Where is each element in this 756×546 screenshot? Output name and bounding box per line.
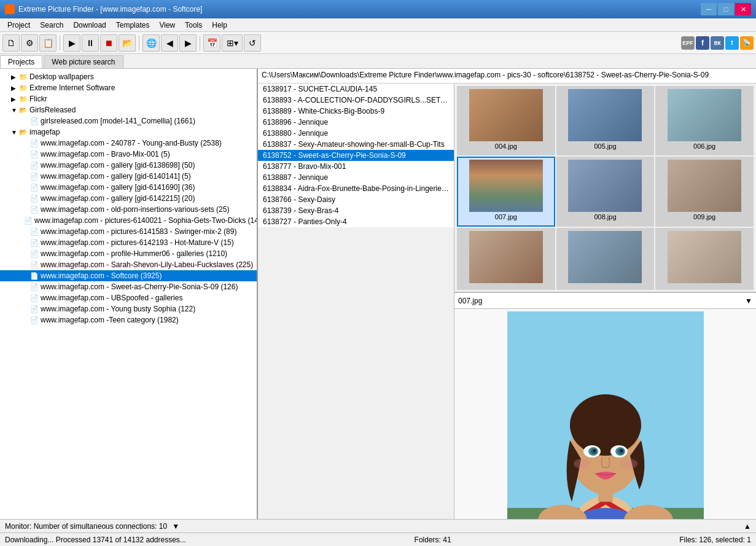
gallery-item-6138887[interactable]: 6138887 - Jennique <box>258 172 454 183</box>
tree-label-if-teen: www.imagefap.com -Teen category (1982) <box>41 316 179 324</box>
menu-download[interactable]: Download <box>68 20 111 31</box>
menu-project[interactable]: Project <box>2 20 35 31</box>
maximize-button[interactable]: □ <box>718 3 734 15</box>
tree-arrow-imagefap[interactable]: ▼ <box>11 129 17 136</box>
tree-icon-imagefap: 📂 <box>19 128 28 136</box>
dropdown-button[interactable]: ⊞▾ <box>222 34 243 52</box>
toolbar-separator-1 <box>60 36 60 50</box>
project-tree[interactable]: ▶📁Desktop wallpapers▶📁Extreme Internet S… <box>0 69 257 519</box>
gallery-item-6138893[interactable]: 6138893 - A-COLLECTION-OF-DADDYSGIRLS...… <box>258 95 454 106</box>
thumbnail-007[interactable]: 007.jpg <box>457 157 555 226</box>
start-button[interactable]: ▶ <box>63 34 80 52</box>
gallery-item-6138727[interactable]: 6138727 - Panties-Only-4 <box>258 216 454 227</box>
back-button[interactable]: ◀ <box>161 34 178 52</box>
tree-item-if-bravo001[interactable]: 📄www.imagefap.com - Bravo-Mix-001 (5) <box>0 149 257 160</box>
thumbnail-010[interactable] <box>457 228 555 290</box>
facebook-icon[interactable]: f <box>696 36 709 50</box>
tab-web-picture-search[interactable]: Web picture search <box>44 55 123 68</box>
tree-item-flickr[interactable]: ▶📁Flickr <box>0 93 257 104</box>
close-button[interactable]: ✕ <box>735 3 751 15</box>
rss-icon[interactable]: 📡 <box>740 36 754 50</box>
thumbnail-008[interactable]: 008.jpg <box>556 157 655 226</box>
refresh-button[interactable]: ↺ <box>244 34 261 52</box>
preview-dropdown-arrow[interactable]: ▼ <box>745 297 752 305</box>
log-button[interactable]: 📋 <box>39 34 57 52</box>
thumb-label-004: 004.jpg <box>495 142 517 150</box>
gallery-item-6138880[interactable]: 6138880 - Jennique <box>258 128 454 139</box>
tree-item-if-sarah[interactable]: 📄www.imagefap.com - Sarah-Shevon-Lily-La… <box>0 259 257 270</box>
tree-item-girlsreleased-sub[interactable]: 📄girlsreleased.com [model-141_Comellia] … <box>0 115 257 127</box>
tree-item-if-6141690[interactable]: 📄www.imagefap.com - gallery [gid-6141690… <box>0 182 257 193</box>
thumbnail-004[interactable]: 004.jpg <box>457 86 555 155</box>
tree-arrow-girlsreleased[interactable]: ▼ <box>11 107 17 114</box>
tree-item-if-6138698[interactable]: 📄www.imagefap.com - gallery [gid-6138698… <box>0 160 257 171</box>
monitor-dropdown-arrow[interactable]: ▼ <box>172 522 179 531</box>
status-up-arrow[interactable]: ▲ <box>744 522 751 531</box>
thumbnail-005[interactable]: 005.jpg <box>556 86 655 155</box>
tree-item-if-sweet[interactable]: 📄www.imagefap.com - Sweet-as-Cherry-Pie-… <box>0 281 257 292</box>
tree-arrow-desktop[interactable]: ▶ <box>11 74 17 80</box>
monitor-label: Monitor: Number of simultaneous connecti… <box>5 522 167 531</box>
settings-button[interactable]: ⚙ <box>21 34 38 52</box>
thumbnail-006[interactable]: 006.jpg <box>655 86 754 155</box>
tree-arrow-internet-soft[interactable]: ▶ <box>11 85 17 92</box>
vk-icon[interactable]: вк <box>711 36 724 50</box>
epf-icon[interactable]: EPF <box>681 36 695 50</box>
tree-item-internet-soft[interactable]: ▶📁Extreme Internet Software <box>0 82 257 93</box>
gallery-item-6138896[interactable]: 6138896 - Jennique <box>258 117 454 128</box>
menu-help[interactable]: Help <box>207 20 232 31</box>
tree-item-if-oldporn[interactable]: 📄www.imagefap.com - old-porn-insertions-… <box>0 204 257 215</box>
tree-item-if-6142193[interactable]: 📄www.imagefap.com - pictures-6142193 - H… <box>0 237 257 248</box>
thumbnail-012[interactable] <box>655 228 754 290</box>
thumbnail-009[interactable]: 009.jpg <box>655 157 754 226</box>
tree-item-if-ubspoofed[interactable]: 📄www.imagefap.com - UBSpoofed - gallerie… <box>0 292 257 303</box>
gallery-item-6138766[interactable]: 6138766 - Sexy-Daisy <box>258 194 454 205</box>
tree-label-if-6140141: www.imagefap.com - gallery [gid-6140141]… <box>41 172 191 181</box>
minimize-button[interactable]: ─ <box>701 3 717 15</box>
twitter-icon[interactable]: t <box>725 36 739 50</box>
new-project-button[interactable]: 🗋 <box>2 34 20 52</box>
stop-button[interactable]: ⏹ <box>100 34 117 52</box>
forward-button[interactable]: ▶ <box>179 34 197 52</box>
bottom-area: Monitor: Number of simultaneous connecti… <box>0 519 756 546</box>
tree-item-if-6140141[interactable]: 📄www.imagefap.com - gallery [gid-6140141… <box>0 171 257 182</box>
calendar-button[interactable]: 📅 <box>203 34 220 52</box>
tree-item-if-6142215[interactable]: 📄www.imagefap.com - gallery [gid-6142215… <box>0 193 257 204</box>
gallery-item-6138739[interactable]: 6138739 - Sexy-Bras-4 <box>258 205 454 216</box>
tree-item-imagefap[interactable]: ▼📂imagefap <box>0 127 257 138</box>
tree-item-if-240787[interactable]: 📄www.imagefap.com - 240787 - Young-and-B… <box>0 138 257 149</box>
menu-templates[interactable]: Templates <box>111 20 155 31</box>
gallery-item-6138837[interactable]: 6138837 - Sexy-Amateur-showing-her-small… <box>258 139 454 150</box>
tree-item-if-softcore[interactable]: 📄www.imagefap.com - Softcore (3925) <box>0 270 257 281</box>
gallery-item-6138777[interactable]: 6138777 - Bravo-Mix-001 <box>258 161 454 172</box>
open-button[interactable]: 📂 <box>119 34 136 52</box>
pause-button[interactable]: ⏸ <box>82 34 99 52</box>
tree-label-if-sophia: www.imagefap.com - Young busty Sophia (1… <box>41 305 195 313</box>
tree-item-if-sophia[interactable]: 📄www.imagefap.com - Young busty Sophia (… <box>0 303 257 314</box>
gallery-item-6138917[interactable]: 6138917 - SUCHET-CLAUDIA-145 <box>258 84 454 95</box>
gallery-list[interactable]: 6138917 - SUCHET-CLAUDIA-1456138893 - A-… <box>258 84 454 227</box>
tab-projects[interactable]: Projects <box>0 55 42 68</box>
tree-item-girlsreleased[interactable]: ▼📂GirlsReleased <box>0 104 257 115</box>
browse-button[interactable]: 🌐 <box>142 34 160 52</box>
svg-point-19 <box>574 459 591 469</box>
main-area: ▶📁Desktop wallpapers▶📁Extreme Internet S… <box>0 69 756 519</box>
tree-arrow-flickr[interactable]: ▶ <box>11 96 17 103</box>
menu-view[interactable]: View <box>154 20 180 31</box>
menu-search[interactable]: Search <box>35 20 68 31</box>
thumbnail-011[interactable] <box>556 228 655 290</box>
status-bar-monitor: Monitor: Number of simultaneous connecti… <box>0 519 756 532</box>
gallery-item-6138752[interactable]: 6138752 - Sweet-as-Cherry-Pie-Sonia-S-09 <box>258 150 454 161</box>
tree-icon-if-sarah: 📄 <box>30 261 39 269</box>
tree-item-if-teen[interactable]: 📄www.imagefap.com -Teen category (1982) <box>0 314 257 326</box>
tree-item-if-6140021[interactable]: 📄www.imagefap.com - pictures-6140021 - S… <box>0 215 257 226</box>
tree-item-if-6141583[interactable]: 📄www.imagefap.com - pictures-6141583 - S… <box>0 226 257 237</box>
tree-label-if-240787: www.imagefap.com - 240787 - Young-and-Bu… <box>41 139 222 147</box>
tree-item-if-hummer06[interactable]: 📄www.imagefap.com - profile-Hummer06 - g… <box>0 248 257 259</box>
gallery-item-6138834[interactable]: 6138834 - Aidra-Fox-Brunette-Babe-Posing… <box>258 183 454 194</box>
menu-tools[interactable]: Tools <box>180 20 207 31</box>
gallery-list-wrapper: 6138917 - SUCHET-CLAUDIA-1456138893 - A-… <box>258 84 454 519</box>
tree-item-desktop[interactable]: ▶📁Desktop wallpapers <box>0 71 257 82</box>
tree-label-if-bravo001: www.imagefap.com - Bravo-Mix-001 (5) <box>41 150 170 158</box>
gallery-item-6138889[interactable]: 6138889 - White-Chicks-Big-Boobs-9 <box>258 106 454 117</box>
